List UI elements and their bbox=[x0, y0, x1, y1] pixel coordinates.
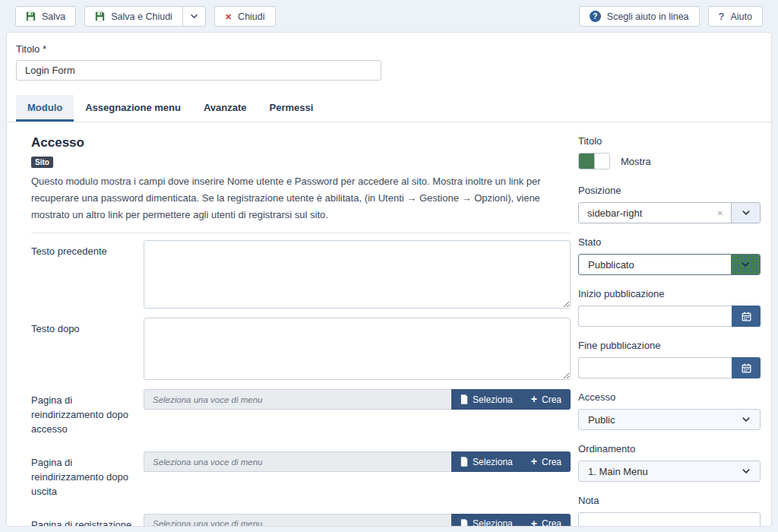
redirect-login-label: Pagina di reindirizzamento dopo accesso bbox=[31, 389, 144, 437]
tab-content: Accesso Sito Questo modulo mostra i camp… bbox=[7, 122, 771, 527]
edit-module-card: Titolo * Modulo Assegnazione menu Avanza… bbox=[6, 32, 772, 527]
help-button[interactable]: Aiuto bbox=[708, 6, 763, 27]
save-close-button-group: Salva e Chiudi bbox=[84, 6, 206, 27]
clear-icon[interactable]: ✕ bbox=[717, 209, 731, 217]
access-label: Accesso bbox=[578, 391, 761, 403]
module-description: Questo modulo mostra i campi dove inseri… bbox=[31, 173, 571, 223]
note-input[interactable] bbox=[578, 512, 761, 527]
divider bbox=[31, 233, 571, 233]
select-button-label: Seleziona bbox=[473, 457, 513, 467]
file-icon bbox=[460, 457, 468, 467]
title-section: Titolo * bbox=[7, 33, 771, 81]
tab-modulo[interactable]: Modulo bbox=[16, 95, 74, 122]
status-select[interactable]: Pubblicato bbox=[578, 254, 761, 275]
select-button-label: Seleziona bbox=[473, 518, 513, 527]
publish-start-input[interactable] bbox=[578, 306, 732, 327]
publish-end-calendar-button[interactable] bbox=[732, 357, 761, 378]
redirect-logout-input[interactable] bbox=[144, 451, 451, 472]
help-button-label: Aiuto bbox=[731, 11, 753, 22]
toolbar: Salva Salva e Chiudi Chiudi ? Scegli aiu… bbox=[0, 0, 778, 32]
registration-page-select-button[interactable]: Seleziona bbox=[451, 514, 522, 527]
help-circle-icon: ? bbox=[590, 11, 601, 22]
access-select[interactable]: Public bbox=[578, 409, 761, 430]
chevron-down-icon bbox=[732, 467, 760, 476]
plus-icon bbox=[531, 394, 537, 405]
save-icon bbox=[26, 11, 36, 21]
module-heading: Accesso bbox=[31, 135, 571, 150]
title-field-label: Titolo * bbox=[16, 43, 762, 55]
client-badge: Sito bbox=[31, 157, 53, 168]
save-options-dropdown-button[interactable] bbox=[183, 6, 206, 27]
status-label: Stato bbox=[578, 236, 761, 248]
tab-avanzate[interactable]: Avanzate bbox=[192, 95, 258, 122]
redirect-logout-create-button[interactable]: Crea bbox=[522, 451, 571, 472]
position-group: Posizione sidebar-right ✕ bbox=[578, 185, 761, 223]
create-button-label: Crea bbox=[542, 457, 561, 467]
question-icon bbox=[719, 11, 725, 22]
chevron-down-icon[interactable] bbox=[731, 203, 760, 223]
ordering-select[interactable]: 1. Main Menu bbox=[578, 461, 761, 482]
publish-end-input[interactable] bbox=[578, 357, 732, 378]
publish-start-calendar-button[interactable] bbox=[732, 306, 761, 327]
position-combobox[interactable]: sidebar-right ✕ bbox=[578, 202, 761, 223]
publish-start-group: Inizio pubblicazione bbox=[578, 288, 761, 327]
access-group: Accesso Public bbox=[578, 391, 761, 430]
save-close-button[interactable]: Salva e Chiudi bbox=[84, 6, 183, 27]
select-button-label: Seleziona bbox=[473, 394, 513, 405]
posttext-textarea[interactable] bbox=[144, 318, 571, 380]
main-column: Accesso Sito Questo modulo mostra i camp… bbox=[31, 135, 571, 527]
save-button-label: Salva bbox=[42, 11, 65, 22]
redirect-login-row: Pagina di reindirizzamento dopo accesso … bbox=[31, 389, 571, 437]
posttext-row: Testo dopo bbox=[31, 318, 571, 380]
ordering-label: Ordinamento bbox=[578, 443, 761, 454]
settings-sidebar: Titolo Mostra Posizione sidebar-right ✕ … bbox=[578, 135, 761, 527]
tab-assegnazione-menu[interactable]: Assegnazione menu bbox=[74, 95, 192, 122]
calendar-icon bbox=[742, 312, 751, 321]
publish-end-label: Fine pubblicazione bbox=[578, 340, 761, 351]
position-label: Posizione bbox=[578, 185, 761, 196]
toolbar-left-group: Salva Salva e Chiudi Chiudi bbox=[15, 6, 276, 27]
status-group: Stato Pubblicato bbox=[578, 236, 761, 275]
posttext-label: Testo dopo bbox=[31, 318, 144, 337]
close-icon bbox=[225, 11, 232, 22]
file-icon bbox=[460, 519, 468, 527]
tabbar: Modulo Assegnazione menu Avanzate Permes… bbox=[7, 95, 771, 122]
save-close-button-label: Salva e Chiudi bbox=[111, 11, 172, 22]
sidebar-title-label: Titolo bbox=[578, 135, 761, 147]
sidebar-title-toggle-value: Mostra bbox=[621, 156, 651, 167]
calendar-icon bbox=[742, 363, 751, 373]
registration-page-row: Pagina di registrazione Seleziona Crea bbox=[31, 514, 571, 527]
registration-page-create-button[interactable]: Crea bbox=[522, 514, 571, 527]
chevron-down-icon bbox=[731, 255, 760, 274]
tab-permessi[interactable]: Permessi bbox=[258, 95, 325, 122]
create-button-label: Crea bbox=[542, 394, 561, 405]
redirect-logout-label: Pagina di reindirizzamento dopo uscita bbox=[31, 451, 144, 499]
note-label: Nota bbox=[578, 495, 761, 506]
position-value: sidebar-right bbox=[579, 207, 717, 219]
redirect-login-create-button[interactable]: Crea bbox=[522, 389, 571, 410]
sidebar-title-group: Titolo Mostra bbox=[578, 135, 761, 169]
registration-page-input[interactable] bbox=[144, 514, 451, 527]
publish-start-label: Inizio pubblicazione bbox=[578, 288, 761, 299]
title-input[interactable] bbox=[16, 60, 381, 81]
redirect-login-input[interactable] bbox=[144, 389, 451, 410]
redirect-logout-select-button[interactable]: Seleziona bbox=[451, 451, 522, 472]
publish-end-group: Fine pubblicazione bbox=[578, 340, 761, 378]
create-button-label: Crea bbox=[542, 518, 561, 527]
pretext-textarea[interactable] bbox=[144, 240, 571, 309]
close-button[interactable]: Chiudi bbox=[214, 6, 276, 27]
redirect-login-select-button[interactable]: Seleziona bbox=[451, 389, 522, 410]
save-button[interactable]: Salva bbox=[15, 6, 76, 27]
registration-page-label: Pagina di registrazione bbox=[31, 514, 144, 527]
sidebar-title-toggle[interactable] bbox=[578, 153, 610, 169]
redirect-logout-row: Pagina di reindirizzamento dopo uscita S… bbox=[31, 451, 571, 499]
pretext-row: Testo precedente bbox=[31, 240, 571, 309]
inline-help-button-label: Scegli aiuto in linea bbox=[607, 11, 689, 22]
plus-icon bbox=[531, 518, 537, 527]
plus-icon bbox=[531, 456, 537, 467]
chevron-down-icon bbox=[732, 415, 760, 424]
status-value: Pubblicato bbox=[579, 259, 731, 271]
pretext-label: Testo precedente bbox=[31, 240, 144, 259]
inline-help-button[interactable]: ? Scegli aiuto in linea bbox=[579, 6, 700, 27]
close-button-label: Chiudi bbox=[238, 11, 264, 22]
